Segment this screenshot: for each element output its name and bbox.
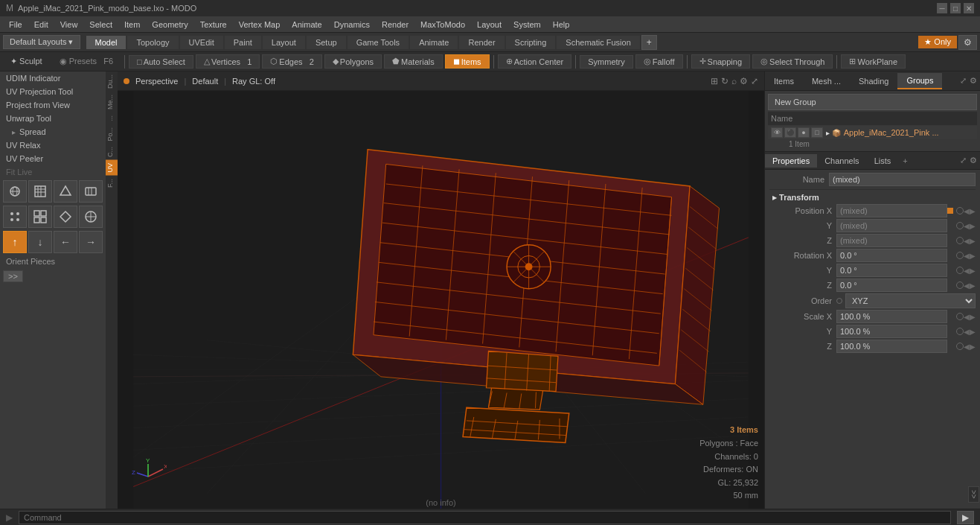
settings-button[interactable]: ⚙ [958,35,977,50]
menu-item-geometry[interactable]: Geometry [146,19,193,31]
workplane-button[interactable]: ⊞ WorkPlane [841,54,906,69]
tab-model[interactable]: Model [86,36,126,49]
tool-icon-6[interactable] [28,206,52,228]
props-tab-plus[interactable]: + [898,154,912,168]
side-tab-f[interactable]: F... [106,176,118,191]
uv-relax-item[interactable]: UV Relax [0,139,106,152]
tab-layout[interactable]: Layout [263,36,305,49]
rot-y-circle[interactable] [956,267,964,274]
side-tab-du[interactable]: Du... [106,71,118,92]
edges-button[interactable]: ⬡ Edges 2 [262,54,321,69]
tab-paint[interactable]: Paint [225,36,261,49]
scale-y-circle[interactable] [956,328,964,335]
tab-topology[interactable]: Topology [127,36,178,49]
side-tab-po[interactable]: Po... [106,124,118,144]
rot-z-circle[interactable] [956,281,964,289]
sculpt-mode-button[interactable]: ✦ Sculpt [3,55,50,68]
tool-icon-arrow-up[interactable]: ↑ [3,231,27,253]
viewport-icon-rotate[interactable]: ↻ [721,76,728,86]
tool-icon-2[interactable] [28,180,52,203]
right-tab-items[interactable]: Items [765,74,803,89]
falloff-button[interactable]: ◎ Falloff [635,54,683,69]
tool-icon-1[interactable] [3,180,27,203]
group-eye-icon[interactable]: 👁 [771,127,783,138]
menu-item-edit[interactable]: Edit [28,19,54,31]
close-button[interactable]: ✕ [964,3,974,13]
tool-icon-8[interactable] [79,206,103,228]
maximize-button[interactable]: □ [950,3,961,13]
tab-setup[interactable]: Setup [307,36,346,49]
rot-z-arrow[interactable]: ◀▶ [964,281,976,290]
right-panel-expand-icon[interactable]: ⤢ [960,76,967,86]
right-expand-btn[interactable]: >> [968,486,979,503]
pos-y-arrow[interactable]: ◀▶ [964,222,976,230]
rot-x-arrow[interactable]: ◀▶ [964,252,976,260]
group-name[interactable]: Apple_iMac_2021_Pink ... [844,128,974,137]
viewport-icon-grid[interactable]: ⊞ [711,76,718,86]
menu-item-maxtomodo[interactable]: MaxToModo [414,19,471,31]
tab-render[interactable]: Render [459,36,504,49]
menu-item-system[interactable]: System [507,19,547,31]
tool-icon-arrow-down[interactable]: ↓ [28,231,52,253]
new-group-button[interactable]: New Group [768,94,977,110]
materials-button[interactable]: ⬟ Materials [384,54,443,69]
rot-x-circle[interactable] [956,252,964,259]
minimize-button[interactable]: ─ [937,3,947,13]
props-expand-icon[interactable]: ⤢ [960,156,967,165]
tab-uvedit[interactable]: UVEdit [180,36,223,49]
right-tab-groups[interactable]: Groups [897,73,942,89]
tool-icon-arrow-left[interactable]: ← [54,231,77,253]
uv-projection-tool-item[interactable]: UV Projection Tool [0,85,106,98]
tool-icon-4[interactable] [79,180,103,203]
tool-icon-3[interactable] [54,180,77,203]
snapping-button[interactable]: ✛ Snapping [691,54,751,69]
polygons-button[interactable]: ◆ Polygons [324,54,382,69]
right-panel-settings-icon[interactable]: ⚙ [970,76,977,86]
scale-x-circle[interactable] [956,313,964,320]
tab-schematic[interactable]: Schematic Fusion [557,36,639,49]
presets-button[interactable]: ◉ Presets F6 [52,55,121,68]
side-tab-uv[interactable]: UV [106,160,118,176]
viewport-icon-search[interactable]: ⌕ [731,76,737,86]
menu-item-render[interactable]: Render [376,19,414,31]
menu-item-dynamics[interactable]: Dynamics [328,19,376,31]
scale-z-arrow[interactable]: ◀▶ [964,343,976,351]
udim-indicator-item[interactable]: UDIM Indicator [0,71,106,85]
pos-x-arrow[interactable]: ◀▶ [964,207,976,215]
default-layouts-dropdown[interactable]: Default Layouts ▾ [3,35,80,49]
viewport-canvas[interactable]: 3 Items Polygons : Face Channels: 0 Defo… [118,91,764,509]
name-input[interactable] [829,173,976,186]
scale-y-arrow[interactable]: ◀▶ [964,328,976,336]
tab-game-tools[interactable]: Game Tools [348,36,409,49]
side-tab-me[interactable]: Me... [106,92,118,112]
menu-item-vertex-map[interactable]: Vertex Map [233,19,286,31]
vertices-button[interactable]: △ Vertices 1 [196,54,260,69]
viewport-icon-expand[interactable]: ⤢ [751,76,758,86]
group-dot-icon[interactable]: ● [798,127,810,138]
fit-live-item[interactable]: Fit Live [0,165,106,179]
command-input[interactable] [19,511,951,524]
select-through-button[interactable]: ◎ Select Through [752,54,833,69]
menu-item-view[interactable]: View [54,19,84,31]
menu-item-texture[interactable]: Texture [194,19,233,31]
items-button[interactable]: ◼ Items [445,54,490,69]
props-tab-lists[interactable]: Lists [867,154,899,168]
pos-y-circle[interactable] [956,222,964,229]
right-tab-mesh[interactable]: Mesh ... [803,74,850,89]
rot-y-arrow[interactable]: ◀▶ [964,267,976,275]
spread-item[interactable]: ▸ Spread [0,125,106,139]
project-from-view-item[interactable]: Project from View [0,98,106,112]
menu-item-layout[interactable]: Layout [471,19,507,31]
expand-button[interactable]: >> [3,270,23,282]
add-tab-button[interactable]: + [641,35,657,50]
tool-icon-7[interactable] [54,206,77,228]
symmetry-button[interactable]: Symmetry [580,55,633,69]
menu-item-animate[interactable]: Animate [286,19,327,31]
menu-item-file[interactable]: File [3,19,28,31]
tab-animate[interactable]: Animate [410,36,458,49]
order-dropdown[interactable]: XYZ XZY YXZ YZX ZXY ZYX [845,293,976,308]
side-tab-dots[interactable]: ... [106,112,118,124]
menu-item-help[interactable]: Help [547,19,576,31]
tab-scripting[interactable]: Scripting [506,36,556,49]
menu-item-select[interactable]: Select [83,19,118,31]
